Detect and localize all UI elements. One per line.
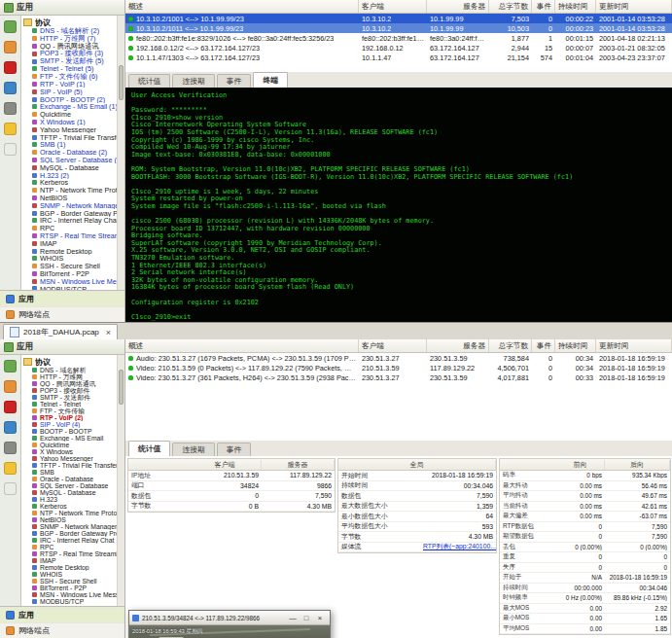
- protocol-tree-item[interactable]: Telnet - Telnet: [23, 401, 117, 408]
- protocol-tree-item[interactable]: NTP - Network Time Protocol: [23, 510, 117, 516]
- protocol-tree-item[interactable]: RPC: [23, 544, 117, 550]
- protocol-tree-item[interactable]: H.323: [23, 496, 117, 503]
- globe-icon[interactable]: [4, 41, 17, 53]
- protocol-tree-item[interactable]: SMTP - 发送邮件 (5): [23, 57, 117, 65]
- tab[interactable]: 连接期: [172, 74, 214, 88]
- column-header[interactable]: 更新时间: [596, 339, 672, 352]
- protocol-tree-item[interactable]: Quicktime: [23, 442, 117, 448]
- protocol-tree-item[interactable]: RTSP - Real Time Streaming (1): [23, 232, 117, 240]
- column-header[interactable]: 概述: [125, 0, 359, 13]
- tree-root-protocols[interactable]: 协议: [23, 357, 117, 367]
- search-icon[interactable]: [4, 442, 17, 454]
- alert-icon[interactable]: [4, 82, 17, 94]
- protocol-tree-item[interactable]: BitTorrent - P2P: [23, 270, 117, 278]
- column-header[interactable]: 更新时间: [596, 0, 672, 13]
- media-stream-row[interactable]: Video: 230.51.3.27 (361 Packets, H264) <…: [125, 372, 672, 382]
- sidebar-view-button[interactable]: 应用: [0, 291, 124, 306]
- column-header[interactable]: 总字节数: [489, 339, 532, 352]
- protocol-tree-item[interactable]: QQ - 腾讯网络通讯: [23, 380, 117, 387]
- protocol-tree-item[interactable]: IRC - Internet Relay Chat: [23, 217, 117, 225]
- session-row[interactable]: 10.1.1.47/1303 <--> 63.172.164.127/23 10…: [125, 53, 672, 62]
- protocol-tree-item[interactable]: BitTorrent - P2P: [23, 585, 117, 591]
- camera-video-frame[interactable]: 2018-01-18 16:59:43 星期四 科技服务中心: [129, 625, 330, 638]
- protocol-tree-item[interactable]: SMB: [23, 469, 117, 476]
- sidebar-view-button[interactable]: 网络端点: [0, 306, 124, 322]
- tab[interactable]: 事件: [217, 74, 252, 88]
- media-stream-row[interactable]: Video: 210.51.3.59 (0 Packets) <-> 117.8…: [125, 363, 672, 372]
- protocol-tree-item[interactable]: TFTP - Trivial File Transfer: [23, 133, 117, 141]
- session-row[interactable]: 10.3.10.2/1001 <--> 10.1.99.99/23 10.3.1…: [125, 14, 672, 23]
- protocol-tree-item[interactable]: HTTP - 万维网 (7): [23, 35, 117, 43]
- protocol-tree-item[interactable]: EtherNet/IP: [23, 605, 117, 606]
- protocol-tree-item[interactable]: MSN - Windows Live Messenger: [23, 591, 117, 598]
- protocol-tree-item[interactable]: POP3 - 接收邮件 (3): [23, 50, 117, 57]
- column-header[interactable]: 事件: [532, 0, 555, 13]
- chart-icon[interactable]: [4, 401, 17, 413]
- protocol-tree-item[interactable]: RPC: [23, 225, 117, 232]
- protocol-tree-item[interactable]: QQ - 腾讯网络通讯: [23, 43, 117, 51]
- protocol-tree-item[interactable]: Exchange - MS Email: [23, 435, 117, 442]
- session-row[interactable]: fe80::202:b3ff:fe1e:8329/1026 <--> fe80:…: [125, 33, 672, 43]
- column-header[interactable]: 持续时间: [555, 339, 596, 352]
- chart-icon[interactable]: [4, 61, 17, 74]
- protocol-tree-item[interactable]: RTP - VoIP (2): [23, 414, 117, 421]
- video-player-window[interactable]: 210.51.3.59/34824 <-> 117.89.129.22/9866…: [128, 610, 331, 638]
- protocol-tree-item[interactable]: IRC - Internet Relay Chat: [23, 537, 117, 544]
- protocol-tree-item[interactable]: Yahoo Messenger: [23, 455, 117, 462]
- monitor-icon[interactable]: [4, 360, 17, 372]
- protocol-tree-item[interactable]: DNS - 域名解析: [23, 367, 117, 373]
- session-row[interactable]: 10.3.10.2/1011 <--> 10.1.99.99/23 10.3.1…: [125, 23, 672, 33]
- protocol-tree-item[interactable]: Kerberos: [23, 179, 117, 187]
- column-header[interactable]: 服务器: [427, 0, 489, 13]
- tree-scrollbar[interactable]: [117, 16, 124, 290]
- protocol-tree-item[interactable]: Remote Desktop: [23, 247, 117, 255]
- protocol-tree-item[interactable]: Remote Desktop: [23, 564, 117, 571]
- protocol-tree-item[interactable]: SIP - VoIP (5): [23, 88, 117, 95]
- protocol-tree-item[interactable]: X Windows: [23, 448, 117, 455]
- protocol-tree-item[interactable]: IMAP: [23, 239, 117, 247]
- protocol-tree-item[interactable]: SSH - Secure Shell: [23, 578, 117, 585]
- protocol-tree-item[interactable]: DNS - 域名解析 (2): [23, 27, 117, 35]
- protocol-tree-item[interactable]: SNMP - Network Management: [23, 523, 117, 530]
- star-icon[interactable]: [4, 143, 17, 156]
- protocol-tree-item[interactable]: WHOIS: [23, 571, 117, 578]
- column-header[interactable]: 持续时间: [555, 0, 596, 13]
- protocol-tree-item[interactable]: SIP - VoIP (4): [23, 421, 117, 428]
- protocol-tree-item[interactable]: Kerberos: [23, 503, 117, 510]
- tab[interactable]: 终端: [253, 72, 288, 88]
- protocol-tree-item[interactable]: SMB (1): [23, 141, 117, 149]
- media-stream-row[interactable]: Audio: 230.51.3.27 (1679 Packets, PCMA) …: [125, 353, 672, 363]
- tab[interactable]: 连接期: [172, 443, 214, 456]
- protocol-tree-item[interactable]: SQL Server - Database: [23, 482, 117, 489]
- column-header[interactable]: 概述: [125, 339, 359, 352]
- protocol-tree-item[interactable]: X Windows (1): [23, 119, 117, 126]
- protocol-tree-item[interactable]: HTTP - 万维网: [23, 373, 117, 380]
- protocol-tree-item[interactable]: MySQL - Database: [23, 163, 117, 171]
- protocol-tree-item[interactable]: Exchange - MS Email (1): [23, 103, 117, 111]
- protocol-tree-item[interactable]: BGP - Border Gateway Protocol: [23, 530, 117, 537]
- minimize-icon[interactable]: —: [286, 612, 300, 623]
- protocol-tree-item[interactable]: BOOTP - BOOTP: [23, 428, 117, 435]
- protocol-tree-item[interactable]: Telnet - Telnet (5): [23, 65, 117, 73]
- protocol-tree-item[interactable]: SMTP - 发送邮件: [23, 394, 117, 401]
- maximize-icon[interactable]: □: [300, 612, 313, 623]
- protocol-tree-item[interactable]: POP3 - 接收邮件: [23, 387, 117, 394]
- tree-scrollbar[interactable]: [117, 355, 124, 606]
- tab[interactable]: 事件: [217, 443, 252, 456]
- protocol-tree-item[interactable]: BOOTP - BOOTP (2): [23, 95, 117, 103]
- gear-icon[interactable]: [4, 462, 17, 475]
- protocol-tree-item[interactable]: MODBUS/TCP: [23, 285, 117, 290]
- protocol-tree-item[interactable]: SQL Server - Database (2): [23, 157, 117, 164]
- protocol-tree-item[interactable]: RTP - VoIP (1): [23, 81, 117, 89]
- globe-icon[interactable]: [4, 380, 17, 393]
- protocol-tree-item[interactable]: TFTP - Trivial File Transfer: [23, 462, 117, 469]
- protocol-tree-item[interactable]: RTSP - Real Time Streaming: [23, 550, 117, 557]
- protocol-tree-item[interactable]: NTP - Network Time Protocol: [23, 187, 117, 195]
- gear-icon[interactable]: [4, 123, 17, 135]
- protocol-tree-item[interactable]: MSN - Windows Live Messenger (1): [23, 277, 117, 285]
- scrollbar-thumb[interactable]: [119, 370, 124, 405]
- protocol-tree-item[interactable]: IMAP: [23, 557, 117, 564]
- protocol-tree-item[interactable]: Quicktime: [23, 111, 117, 119]
- protocol-tree-item[interactable]: BGP - Border Gateway Protocol: [23, 209, 117, 217]
- protocol-tree-item[interactable]: MODBUS/TCP: [23, 598, 117, 605]
